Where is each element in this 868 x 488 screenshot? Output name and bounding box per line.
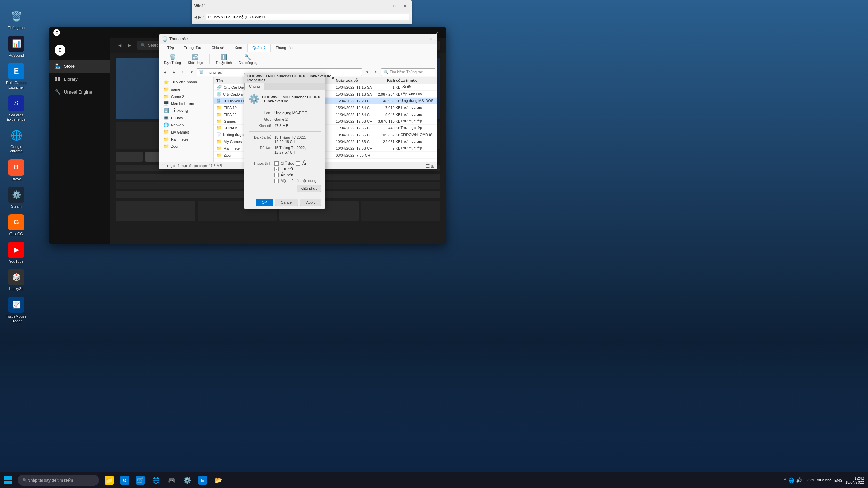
fe-win11-minimize[interactable]: ─ xyxy=(380,2,389,10)
fe-win11-titlebar: Win11 ─ □ ✕ xyxy=(192,0,412,12)
fe-sidebar-game2[interactable]: 📁 Game 2 xyxy=(159,93,213,100)
fe-tab-xem[interactable]: Xem xyxy=(230,44,248,52)
desktop-icon-chrome[interactable]: 🌐 Google chrome xyxy=(3,126,30,155)
ribbon-restore-btn[interactable]: ↩️ Khôi phục xyxy=(186,53,205,65)
fe-tab-tep[interactable]: Tệp xyxy=(162,44,179,52)
fe-sidebar-mygames[interactable]: 📁 My Games xyxy=(159,128,213,136)
epic-nav-unreal[interactable]: 🔧 Unreal Engine xyxy=(49,85,110,98)
fe-win11-close[interactable]: ✕ xyxy=(400,2,409,10)
prop-tab-chung[interactable]: Chung xyxy=(244,83,264,90)
taskbar-clock[interactable]: 12:42 15/04/2022 xyxy=(845,476,864,484)
taskbar-search-placeholder: Nhập tại đây để tìm kiếm xyxy=(27,478,73,483)
desktop-icon-gdk[interactable]: G Gdk GG xyxy=(3,213,30,238)
apply-button[interactable]: Apply xyxy=(300,199,321,206)
fe-sidebar-zoom[interactable]: 📁 Zoom xyxy=(159,143,213,150)
tray-network-icon[interactable]: 🌐 xyxy=(788,477,794,483)
checkbox-matma[interactable] xyxy=(274,179,279,183)
taskbar-edge[interactable]: e xyxy=(117,472,132,488)
fe-tab-recycle[interactable]: Thùng rác xyxy=(271,44,298,52)
fe-win11-up-btn[interactable]: ↑ xyxy=(202,15,204,19)
fe-tab-quan-ly[interactable]: Quản lý xyxy=(247,44,271,52)
downloads-icon: ⬇️ xyxy=(163,108,169,113)
desktop-icon-pusound[interactable]: 📊 PuSound xyxy=(3,34,30,59)
fe-sidebar-rainmeter[interactable]: 📁 Rainmeter xyxy=(159,136,213,143)
fe-sidebar-downloads[interactable]: ⬇️ Tải xuống xyxy=(159,107,213,114)
pusound-label: PuSound xyxy=(8,53,24,58)
desktop-icon-lucky[interactable]: 🎲 Lucky21 xyxy=(3,268,30,292)
ribbon-empty-label: Dọn Thùng xyxy=(164,61,181,65)
fe-recycle-minimize[interactable]: ─ xyxy=(406,35,414,43)
fe-win11-forward-btn[interactable]: ▶ xyxy=(198,15,201,19)
trade-label: TradeMouse Trader xyxy=(4,314,28,323)
list-view-btn[interactable]: ☰ xyxy=(426,163,430,169)
checkbox-chidoc[interactable] xyxy=(274,161,279,166)
taskbar-app-5[interactable]: 🎮 xyxy=(164,472,179,488)
epic-forward-button[interactable]: ▶ xyxy=(125,41,133,49)
fe-recycle-maximize[interactable]: □ xyxy=(416,35,425,43)
fe-sidebar-game[interactable]: 📁 game xyxy=(159,86,213,93)
fe-path-options-btn[interactable]: ▼ xyxy=(363,68,371,76)
desktop-icon-epic[interactable]: E Epic Games Launcher xyxy=(3,62,30,91)
fe-back-btn[interactable]: ◀ xyxy=(161,68,169,76)
ok-button[interactable]: OK xyxy=(256,199,273,206)
desktop-icon-steam[interactable]: ⚙️ Steam xyxy=(3,185,30,210)
prop-attr-matma: Mật mã hóa nội dung xyxy=(274,179,316,183)
prop-close-button[interactable]: ✕ xyxy=(331,75,335,81)
fe-sidebar-pc[interactable]: 💻 PC này xyxy=(159,114,213,121)
cancel-button[interactable]: Cancel xyxy=(275,199,298,206)
epic-nav-store[interactable]: 🏪 Store xyxy=(49,60,110,73)
fe-sidebar-game2-label: Game 2 xyxy=(171,95,184,99)
fe-win11-back-btn[interactable]: ◀ xyxy=(194,15,197,19)
fe-recent-btn[interactable]: ▼ xyxy=(188,68,195,76)
desktop-icon-thuong-rac[interactable]: 🗑️ Thùng rác xyxy=(3,7,30,32)
taskbar-chrome-2[interactable]: 🌐 xyxy=(149,472,163,488)
taskbar-file-explorer[interactable]: 📁 xyxy=(102,472,117,488)
epic-nav-library-label: Library xyxy=(64,77,78,82)
checkbox-luutru[interactable] xyxy=(274,167,279,171)
tray-sound-icon[interactable]: 🔊 xyxy=(796,477,802,483)
prop-value-loai: Ứng dụng MS-DOS xyxy=(274,111,321,115)
fe-up-btn[interactable]: ↑ xyxy=(179,68,186,76)
tray-chevron-icon[interactable]: ^ xyxy=(784,477,786,483)
desktop-icon-youtube[interactable]: ▶ YouTube xyxy=(3,240,30,265)
checkbox-annnen[interactable] xyxy=(274,173,279,177)
desktop-icon-brave[interactable]: B Brave xyxy=(3,158,30,183)
taskbar-search-bar[interactable]: 🔍 Nhập tại đây để tìm kiếm xyxy=(18,475,99,486)
fe-recycle-close[interactable]: ✕ xyxy=(426,35,435,43)
ribbon-props-btn[interactable]: ℹ️ Thuộc tính xyxy=(214,53,234,65)
epic-nav-library[interactable]: Library xyxy=(49,73,110,85)
svg-rect-2 xyxy=(55,79,57,81)
recycle-title-icon: 🗑️ xyxy=(162,36,168,42)
fe-win11-maximize[interactable]: □ xyxy=(390,2,399,10)
file-date-10: 03/04/2022, 7:35 CH xyxy=(336,153,377,157)
start-button[interactable] xyxy=(0,472,16,488)
fe-sidebar-quick-access-label: Truy cập nhanh xyxy=(171,80,197,84)
fe-sidebar-desktop[interactable]: 🖥️ Màn hình nền xyxy=(159,100,213,107)
fe-sidebar-network[interactable]: 🌐 Network xyxy=(159,121,213,128)
file-size-7: 109,862 KB xyxy=(377,133,400,137)
epic-back-button[interactable]: ◀ xyxy=(116,41,124,49)
fe-tab-trang-dau[interactable]: Trang đầu xyxy=(179,44,206,52)
ribbon-empty-btn[interactable]: 🗑️ Dọn Thùng xyxy=(162,53,183,65)
detail-view-btn[interactable]: ⊞ xyxy=(431,163,435,169)
taskbar-store[interactable]: 🛒 xyxy=(133,472,148,488)
desktop-icon-trade[interactable]: 📈 TradeMouse Trader xyxy=(3,295,30,324)
fe-tab-chia-se[interactable]: Chia sẻ xyxy=(206,44,229,52)
fe-sidebar-quick-access[interactable]: ⭐ Truy cập nhanh xyxy=(159,79,213,86)
checkbox-an[interactable] xyxy=(296,161,300,166)
advanced-button[interactable]: Khôi phục xyxy=(297,185,321,192)
desktop-icon-samsung[interactable]: S SaFaros Experience xyxy=(3,94,30,123)
taskbar-epic-app[interactable]: E xyxy=(195,472,210,488)
taskbar-settings[interactable]: ⚙️ xyxy=(180,472,195,488)
taskbar-time-text: 12:42 xyxy=(854,476,864,480)
fe-search-box[interactable]: 🔍 Tìm kiếm Thùng rác xyxy=(381,68,435,76)
gdk-icon: G xyxy=(8,214,24,230)
ribbon-tools-btn[interactable]: 🔧 Các công cụ xyxy=(236,53,259,65)
filename-3: FIFA 19 xyxy=(224,106,237,110)
thuong-rac-label: Thùng rác xyxy=(8,26,25,30)
taskbar-app-8[interactable]: 📂 xyxy=(211,472,226,488)
epic-logo-icon: E xyxy=(53,29,60,36)
fe-forward-btn[interactable]: ▶ xyxy=(170,68,178,76)
fe-refresh-btn[interactable]: ↻ xyxy=(372,68,380,76)
library-icon xyxy=(55,76,61,82)
